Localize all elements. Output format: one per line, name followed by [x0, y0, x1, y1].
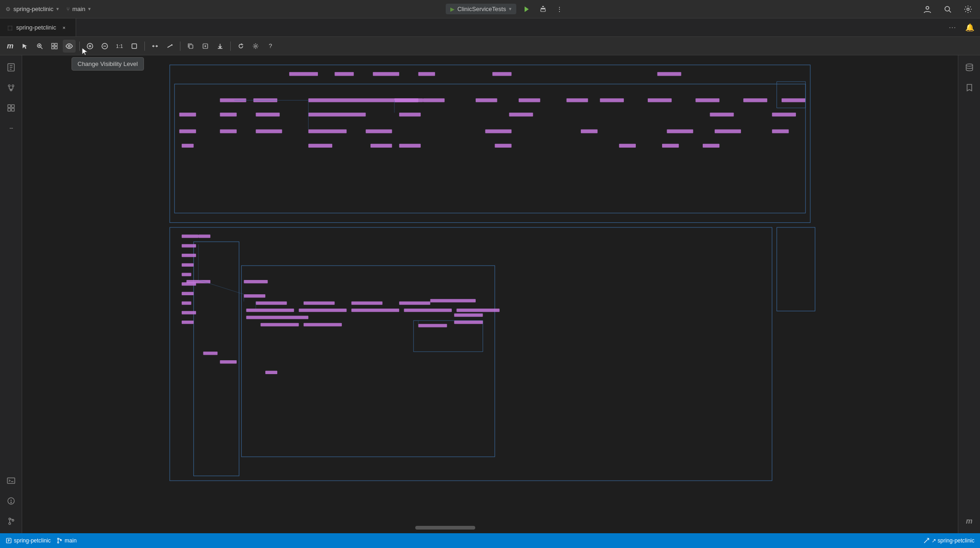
svg-rect-12: [52, 43, 54, 46]
svg-rect-126: [418, 324, 447, 327]
sidebar-terminal[interactable]: [3, 472, 19, 489]
visibility-button[interactable]: [63, 40, 76, 53]
copy-button[interactable]: [184, 40, 197, 53]
status-project[interactable]: spring-petclinic: [6, 537, 51, 544]
svg-rect-64: [179, 113, 196, 116]
m-button[interactable]: m: [4, 40, 17, 53]
frame-button[interactable]: [128, 40, 141, 53]
svg-rect-50: [657, 72, 681, 76]
svg-rect-102: [182, 263, 194, 267]
right-bookmark-icon[interactable]: [961, 79, 978, 96]
svg-marker-0: [525, 6, 529, 12]
svg-rect-48: [418, 72, 435, 76]
bell-icon[interactable]: 🔔: [965, 23, 974, 32]
svg-rect-57: [519, 98, 540, 102]
svg-rect-32: [8, 105, 11, 107]
sidebar-extensions[interactable]: [3, 100, 19, 116]
svg-rect-131: [265, 371, 277, 374]
right-database-icon[interactable]: [961, 59, 978, 76]
svg-point-41: [9, 523, 11, 524]
run-more-button[interactable]: ⋮: [553, 3, 566, 16]
status-project-label: spring-petclinic: [14, 537, 51, 544]
svg-rect-100: [182, 244, 196, 247]
run-config-selector[interactable]: ▶ ClinicServiceTests ▾: [446, 4, 516, 14]
fit-button[interactable]: 1:1: [113, 40, 126, 53]
svg-rect-87: [619, 144, 636, 148]
expand-button[interactable]: [199, 40, 212, 53]
svg-rect-116: [246, 309, 294, 312]
svg-point-39: [11, 502, 12, 503]
svg-rect-66: [256, 113, 280, 116]
svg-rect-106: [182, 302, 191, 305]
svg-rect-85: [399, 144, 421, 148]
svg-rect-60: [648, 98, 672, 102]
svg-line-9: [41, 47, 42, 49]
main-layout: ···: [0, 55, 980, 533]
svg-line-5: [949, 11, 951, 12]
svg-rect-33: [12, 105, 14, 107]
arrow-button[interactable]: [18, 40, 31, 53]
right-m-icon[interactable]: m: [961, 513, 978, 530]
project-dropdown-icon[interactable]: ▾: [56, 6, 59, 12]
svg-rect-119: [404, 309, 452, 312]
sidebar-problems[interactable]: [3, 493, 19, 509]
status-left: spring-petclinic main: [6, 537, 77, 544]
refresh-button[interactable]: [234, 40, 247, 53]
svg-rect-49: [492, 72, 511, 76]
svg-rect-72: [179, 130, 196, 133]
subtract-button[interactable]: [98, 40, 111, 53]
branch-dropdown-icon[interactable]: ▾: [88, 6, 91, 12]
active-tab[interactable]: ⬚ spring-petclinic ×: [0, 18, 76, 36]
svg-point-30: [12, 85, 14, 87]
svg-rect-2: [541, 9, 545, 12]
svg-rect-124: [261, 323, 299, 326]
svg-rect-80: [715, 130, 741, 133]
project-name[interactable]: ⚙ spring-petclinic ▾: [6, 6, 59, 12]
sidebar-source-control[interactable]: [3, 79, 19, 96]
top-bar: ⚙ spring-petclinic ▾ ⑂ main ▾ ▶ ClinicSe…: [0, 0, 980, 18]
status-branch-label: main: [65, 537, 77, 544]
svg-point-27: [255, 45, 257, 47]
horizontal-scrollbar[interactable]: [415, 526, 475, 530]
sidebar-more[interactable]: ···: [3, 120, 19, 137]
link2-button[interactable]: [163, 40, 176, 53]
diagram-svg: [22, 55, 958, 533]
svg-rect-105: [182, 292, 194, 295]
svg-rect-70: [710, 113, 734, 116]
status-remote[interactable]: ↗ spring-petclinic: [923, 537, 974, 544]
zoom-button[interactable]: [33, 40, 46, 53]
branch-icon: ⑂: [66, 6, 70, 12]
tab-close-button[interactable]: ×: [60, 24, 68, 32]
svg-rect-107: [182, 311, 196, 314]
canvas-area[interactable]: [22, 55, 958, 533]
config-button[interactable]: [249, 40, 262, 53]
svg-rect-81: [772, 130, 789, 133]
grid-button[interactable]: [48, 40, 61, 53]
status-branch[interactable]: main: [56, 537, 77, 544]
svg-rect-78: [581, 130, 598, 133]
svg-rect-123: [246, 316, 309, 319]
add-button[interactable]: [84, 40, 96, 53]
help-button[interactable]: ?: [264, 40, 277, 53]
run-config-dropdown-icon[interactable]: ▾: [509, 6, 512, 12]
run-more-icon: ⋮: [556, 6, 562, 12]
user-icon[interactable]: [921, 3, 934, 16]
svg-rect-45: [289, 72, 318, 76]
branch-selector[interactable]: ⑂ main ▾: [66, 6, 91, 12]
tab-more-icon[interactable]: ⋯: [949, 23, 956, 32]
export-button[interactable]: [214, 40, 227, 53]
svg-rect-111: [244, 294, 265, 298]
svg-rect-61: [695, 98, 719, 102]
debug-button[interactable]: [537, 3, 550, 16]
link-button[interactable]: [149, 40, 161, 53]
svg-rect-71: [772, 113, 796, 116]
sidebar-explorer[interactable]: [3, 59, 19, 76]
search-icon[interactable]: [941, 3, 954, 16]
svg-rect-93: [777, 82, 806, 108]
settings-icon[interactable]: [962, 3, 974, 16]
svg-rect-84: [370, 144, 392, 148]
svg-rect-98: [182, 235, 198, 238]
sidebar-git[interactable]: [3, 513, 19, 530]
svg-point-137: [966, 64, 973, 66]
run-button[interactable]: [520, 3, 533, 16]
